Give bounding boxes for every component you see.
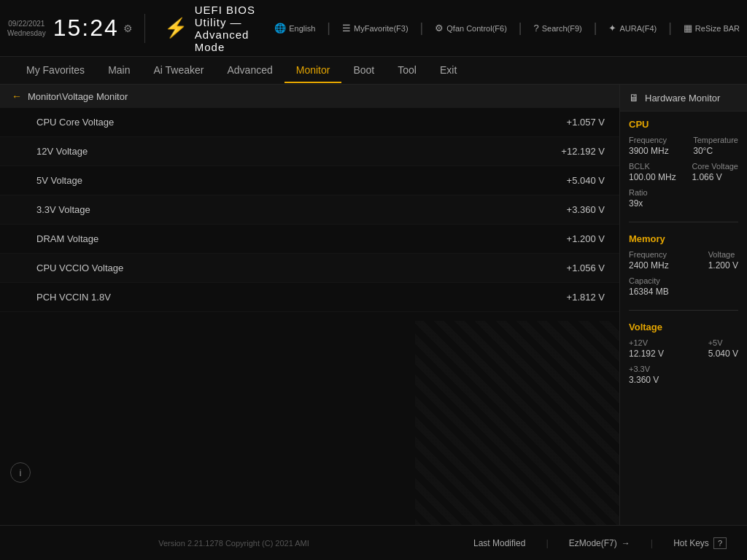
nav-advanced[interactable]: Advanced	[215, 58, 284, 83]
hw-cpu-cv-col: Core Voltage 1.066 V	[692, 162, 738, 182]
hw-monitor-panel: 🖥 Hardware Monitor CPU Frequency 3900 MH…	[619, 85, 747, 525]
last-modified-label: Last Modified	[473, 538, 525, 548]
hw-mem-cap-val: 16384 MB	[629, 287, 669, 297]
voltage-value-33v: +3.360 V	[567, 204, 605, 215]
resizebar-icon: ▦	[684, 23, 692, 34]
hw-cpu-bclk-cv-row: BCLK 100.00 MHz Core Voltage 1.066 V	[629, 162, 738, 182]
breadcrumb-text: Monitor\Voltage Monitor	[28, 91, 128, 102]
footer: Version 2.21.1278 Copyright (C) 2021 AMI…	[0, 525, 747, 560]
version-text: Version 2.21.1278 Copyright (C) 2021 AMI	[15, 539, 453, 548]
time-area: 15:24 ⚙	[53, 15, 133, 42]
hw-core-voltage-label: Core Voltage	[692, 162, 738, 171]
voltage-name-cpu-vccio: CPU VCCIO Voltage	[36, 262, 123, 273]
hw-voltage-section: Voltage +12V 12.192 V +5V 5.040 V +3.3V …	[620, 314, 747, 394]
voltage-name-12v: 12V Voltage	[36, 146, 88, 157]
hw-mem-volt-col: Voltage 1.200 V	[708, 250, 738, 271]
sep5: |	[668, 20, 672, 36]
hot-keys-label: Hot Keys	[673, 538, 709, 548]
nav-monitor[interactable]: Monitor	[285, 58, 342, 83]
content-area: ← Monitor\Voltage Monitor CPU Core Volta…	[0, 85, 747, 525]
voltage-row-12v: 12V Voltage +12.192 V	[0, 137, 619, 166]
day-text: Wednesday	[7, 28, 46, 38]
logo-area: 09/22/2021 Wednesday 15:24 ⚙	[7, 15, 133, 42]
sep2: |	[420, 20, 424, 36]
hw-core-voltage-val: 1.066 V	[692, 172, 738, 182]
voltage-name-5v: 5V Voltage	[36, 175, 82, 186]
hot-keys-icon: ?	[713, 537, 727, 549]
hw-divider-2	[629, 310, 738, 311]
voltage-row-cpu-core: CPU Core Voltage +1.057 V	[0, 108, 619, 137]
voltage-name-cpu-core: CPU Core Voltage	[36, 117, 114, 128]
hw-mem-freq-label: Frequency	[629, 250, 669, 259]
favorite-icon: ☰	[342, 23, 351, 34]
voltage-value-5v: +5.040 V	[567, 175, 605, 186]
hw-12v-label: +12V	[629, 338, 664, 347]
toolbar-language[interactable]: 🌐 English	[274, 23, 315, 34]
language-label: English	[289, 24, 315, 33]
gear-icon[interactable]: ⚙	[123, 23, 133, 34]
nav-ai-tweaker[interactable]: Ai Tweaker	[142, 58, 215, 83]
hot-keys-btn[interactable]: Hot Keys ?	[667, 534, 732, 552]
hw-memory-section: Memory Frequency 2400 MHz Voltage 1.200 …	[620, 226, 747, 306]
voltage-value-cpu-vccio: +1.056 V	[567, 262, 605, 273]
nav-my-favorites[interactable]: My Favorites	[15, 58, 96, 83]
ez-mode-btn[interactable]: EzMode(F7) →	[563, 535, 636, 551]
hw-33v-label: +3.3V	[629, 365, 659, 373]
hw-bclk-label: BCLK	[629, 162, 676, 171]
hw-ratio-col: Ratio 39x	[629, 188, 648, 209]
voltage-name-33v: 3.3V Voltage	[36, 204, 90, 215]
hw-mem-freq-col: Frequency 2400 MHz	[629, 250, 669, 271]
hw-cpu-ratio-row: Ratio 39x	[629, 188, 738, 209]
header: 09/22/2021 Wednesday 15:24 ⚙ ⚡ UEFI BIOS…	[0, 0, 747, 57]
ez-mode-label: EzMode(F7)	[569, 538, 617, 548]
breadcrumb: ← Monitor\Voltage Monitor	[0, 85, 619, 108]
toolbar-resizebar[interactable]: ▦ ReSize BAR	[684, 23, 740, 34]
hw-voltage-title: Voltage	[629, 322, 738, 332]
nav-tool[interactable]: Tool	[386, 58, 428, 83]
breadcrumb-back-icon[interactable]: ←	[12, 90, 22, 102]
favorite-label: MyFavorite(F3)	[354, 24, 409, 33]
toolbar-search[interactable]: ? Search(F9)	[533, 23, 581, 34]
date-block: 09/22/2021 Wednesday	[7, 19, 46, 38]
toolbar-myfavorite[interactable]: ☰ MyFavorite(F3)	[342, 23, 409, 34]
voltage-name-pch: PCH VCCIN 1.8V	[36, 292, 111, 303]
toolbar-qfan[interactable]: ⚙ Qfan Control(F6)	[435, 23, 507, 34]
search-label: Search(F9)	[542, 24, 582, 33]
hw-cpu-bclk-col: BCLK 100.00 MHz	[629, 162, 676, 182]
hw-33v-val: 3.360 V	[629, 375, 659, 385]
hw-memory-title: Memory	[629, 233, 738, 244]
title-area: ⚡ UEFI BIOS Utility — Advanced Mode	[157, 4, 260, 53]
hw-mem-freq-val: 2400 MHz	[629, 260, 669, 271]
hw-cpu-freq-label: Frequency	[629, 136, 669, 144]
hw-mem-cap-label: Capacity	[629, 276, 669, 285]
nav-exit[interactable]: Exit	[428, 58, 468, 83]
sep3: |	[519, 20, 522, 36]
ez-mode-arrow-icon: →	[622, 538, 630, 548]
voltage-row-dram: DRAM Voltage +1.200 V	[0, 225, 619, 254]
voltage-row-5v: 5V Voltage +5.040 V	[0, 166, 619, 195]
hw-mem-volt-val: 1.200 V	[708, 260, 738, 271]
info-icon[interactable]: i	[10, 462, 31, 483]
last-modified-btn[interactable]: Last Modified	[468, 535, 531, 551]
toolbar-aura[interactable]: ✦ AURA(F4)	[608, 23, 657, 34]
aura-label: AURA(F4)	[619, 24, 657, 33]
time-display: 15:24	[53, 15, 119, 42]
hw-monitor-title: Hardware Monitor	[645, 93, 720, 104]
toolbar-icons: 🌐 English | ☰ MyFavorite(F3) | ⚙ Qfan Co…	[274, 20, 740, 36]
voltage-value-pch: +1.812 V	[567, 292, 605, 303]
voltage-name-dram: DRAM Voltage	[36, 233, 98, 244]
hw-5v-val: 5.040 V	[708, 349, 738, 359]
voltage-row-pch: PCH VCCIN 1.8V +1.812 V	[0, 283, 619, 312]
hw-mem-cap-col: Capacity 16384 MB	[629, 276, 669, 297]
hw-cpu-freq-temp-row: Frequency 3900 MHz Temperature 30°C	[629, 136, 738, 156]
nav-boot[interactable]: Boot	[341, 58, 386, 83]
voltage-value-12v: +12.192 V	[561, 146, 605, 157]
hw-cpu-title: CPU	[629, 119, 738, 130]
hw-mem-capacity-row: Capacity 16384 MB	[629, 276, 738, 297]
hw-ratio-val: 39x	[629, 198, 648, 209]
hw-mem-volt-label: Voltage	[708, 250, 738, 259]
nav-main[interactable]: Main	[96, 58, 142, 83]
hw-ratio-label: Ratio	[629, 188, 648, 197]
hw-5v-label: +5V	[708, 338, 738, 347]
monitor-icon: 🖥	[629, 92, 639, 104]
